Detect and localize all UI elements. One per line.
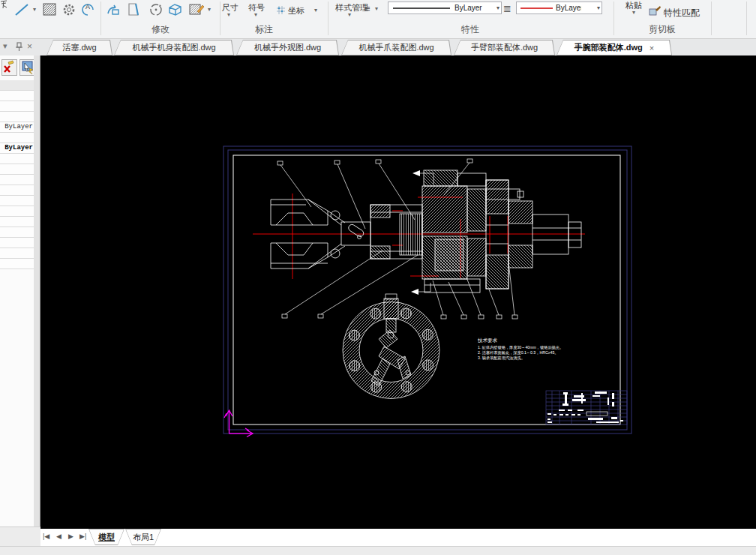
line-tool-dropdown-icon[interactable]: ▾ [33,7,36,13]
coordinate-icon[interactable] [276,5,286,15]
style-manager-button[interactable]: 样式管理 [335,2,368,14]
ucs-icon [224,410,253,437]
palette-row[interactable] [0,238,34,248]
linetype-combo[interactable]: ByLayer ▾ [388,2,502,14]
text-style-icon[interactable]: A [80,2,96,17]
body-section [370,170,581,292]
prev-tab-nav-button[interactable]: ◀ [56,532,62,540]
line-tool-icon[interactable] [14,2,30,17]
panel-separator [614,2,614,35]
paste-dropdown-icon[interactable]: ▾ [632,10,635,16]
coordinate-button[interactable]: 坐标 [288,5,304,16]
application-window: ▾ A ▾ 修改 尺寸 ▾ 符号 ▾ 坐标 ▾ 标注 样式管理 ▾ ≡ ▾ By… [0,0,756,555]
file-tab-label[interactable]: 机械手机身装配图.dwg [115,40,233,55]
title-block-text-blobs [548,392,623,423]
model-tab-label[interactable]: 模型 [89,530,124,544]
coordinate-dropdown-icon[interactable]: ▾ [314,8,317,14]
modify-panel-label: 修改 [152,23,170,36]
symbol-dropdown-icon[interactable]: ▾ [254,12,257,18]
panel-separator [746,2,747,35]
linetype-sample [388,2,454,14]
palette-row[interactable] [0,196,34,206]
clipboard-panel-label: 剪切板 [649,23,676,36]
tech-note-line: 2. 活塞杆表面氮化，深度0.1～0.3，HRC≥45。 [478,350,558,356]
match-properties-icon[interactable] [648,4,662,16]
file-tab-label[interactable]: 活塞.dwg [47,40,112,55]
palette-row[interactable] [0,185,34,196]
tab-close-icon[interactable]: × [650,44,654,52]
palette-row-bylayer[interactable]: ByLayer [0,122,34,133]
panel-separator [711,2,712,35]
file-tab[interactable]: 活塞.dwg [46,40,112,56]
lineweight-dropdown-icon[interactable]: ▾ [375,6,378,12]
palette-row[interactable] [0,112,34,122]
first-tab-nav-button[interactable]: |◀ [43,532,50,540]
panel-separator [100,2,101,35]
style-manager-dropdown-icon[interactable]: ▾ [348,12,351,18]
palette-close-icon[interactable]: × [27,41,32,52]
drawing-canvas[interactable]: 技术要求 1. 缸体内壁镀铬，厚度30～40mm，镀铬后抛光。 2. 活塞杆表面… [40,56,756,529]
palette-row[interactable] [0,164,34,175]
last-tab-nav-button[interactable]: ▶| [80,532,86,540]
file-tab-label[interactable]: 机械手外观图.dwg [237,40,338,55]
scale-tool-icon[interactable] [105,2,122,17]
model-tab[interactable]: 模型 [88,529,124,545]
svg-text:A: A [86,3,90,10]
palette-row-bylayer[interactable]: ByLayer [0,143,34,154]
linetype-list-icon[interactable]: ≣ [503,3,512,14]
palette-row[interactable] [0,175,34,185]
gear-tool-icon[interactable] [61,2,77,17]
flange-section [343,298,440,399]
color-sample [517,2,556,14]
next-tab-nav-button[interactable]: ▶ [68,532,74,540]
palette-quick-select-button[interactable] [20,59,35,76]
palette-row[interactable] [0,91,34,101]
extend-tool-icon[interactable] [125,2,142,17]
file-tab[interactable]: 机械手机身装配图.dwg [114,40,234,56]
file-tab-label[interactable]: 手腕部装配体.dwg× [557,40,671,55]
palette-chevron-icon[interactable]: ▾ [3,41,8,51]
file-tab[interactable]: 手臂部装配体.dwg [454,40,555,56]
file-tab[interactable]: 机械手爪装配图.dwg [341,40,452,56]
layout1-tab[interactable]: 布局1 [125,529,161,545]
layout-tab-bar: |◀ ◀ ▶ ▶| 模型 布局1 [40,529,756,546]
linetype-combo-dropdown-icon[interactable]: ▾ [495,4,501,11]
palette-row[interactable] [0,217,34,227]
hatch-tool-icon[interactable] [41,2,58,17]
linetype-value: ByLayer [454,4,482,12]
cad-drawing: 技术要求 1. 缸体内壁镀铬，厚度30～40mm，镀铬后抛光。 2. 活塞杆表面… [40,56,756,529]
3d-box-tool-icon[interactable] [166,2,183,17]
dimension-dropdown-icon[interactable]: ▾ [227,12,230,18]
file-tab-bar: ▾ × 活塞.dwg 机械手机身装配图.dwg 机械手外观图.dwg 机械手爪装… [0,39,756,56]
hatch-edit-tool-icon[interactable] [188,2,205,17]
color-combo[interactable]: ByLayer ▾ [516,2,602,14]
panel-separator [328,2,328,35]
palette-row[interactable] [0,101,34,112]
color-combo-dropdown-icon[interactable]: ▾ [596,4,602,11]
rotate-tool-icon[interactable] [148,2,164,17]
match-properties-button[interactable]: 特性匹配 [664,7,700,20]
file-tab-active[interactable]: 手腕部装配体.dwg× [556,40,672,56]
palette-row[interactable] [0,259,34,269]
palette-row[interactable] [0,154,34,164]
cursor-lightning-icon [20,60,34,75]
status-bar [0,546,756,555]
palette-pin-icon[interactable] [15,42,23,52]
palette-erase-button[interactable] [2,59,17,76]
partial-toolbar-icon [0,0,8,9]
palette-row[interactable] [0,227,34,238]
palette-divider[interactable] [34,56,40,526]
lineweight-icon[interactable]: ≡ [364,3,370,14]
file-tab-label[interactable]: 手臂部装配体.dwg [454,40,554,55]
tech-note-line: 1. 缸体内壁镀铬，厚度30～40mm，镀铬后抛光。 [478,345,563,350]
palette-header-row [0,80,34,91]
palette-row[interactable] [0,206,34,217]
hatch-edit-dropdown-icon[interactable]: ▾ [208,7,211,13]
layout1-tab-label[interactable]: 布局1 [126,530,160,544]
tech-notes-title: 技术要求 [477,338,498,344]
palette-row[interactable] [0,133,34,143]
tech-notes: 技术要求 1. 缸体内壁镀铬，厚度30～40mm，镀铬后抛光。 2. 活塞杆表面… [477,338,563,361]
file-tab[interactable]: 机械手外观图.dwg [236,40,339,56]
palette-row[interactable] [0,248,34,259]
file-tab-label[interactable]: 机械手爪装配图.dwg [342,40,451,55]
